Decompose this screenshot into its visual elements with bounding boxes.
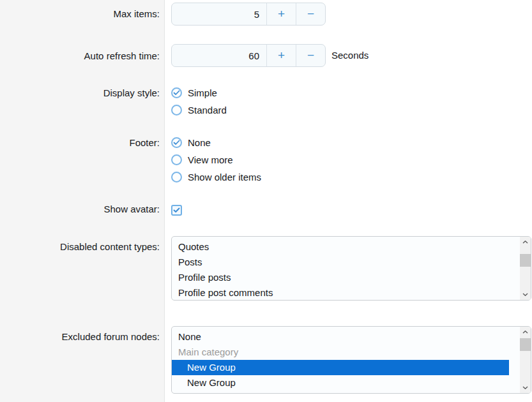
listbox-option[interactable]: None bbox=[172, 329, 509, 345]
show-avatar-label: Show avatar: bbox=[0, 203, 160, 216]
radio-unchecked-icon bbox=[171, 172, 182, 182]
display-style-option-standard[interactable]: Standard bbox=[171, 101, 227, 119]
max-items-input[interactable] bbox=[172, 3, 266, 25]
listbox-option-selected[interactable]: New Group bbox=[172, 360, 509, 375]
disabled-content-types-listbox: Quotes Posts Profile posts Profile post … bbox=[171, 236, 531, 301]
listbox-option[interactable]: Posts bbox=[172, 255, 509, 270]
auto-refresh-label: Auto refresh time: bbox=[0, 50, 160, 63]
display-style-label: Display style: bbox=[0, 87, 160, 100]
show-avatar-checkbox[interactable] bbox=[171, 205, 182, 216]
auto-refresh-decrement-button[interactable]: − bbox=[296, 45, 325, 66]
auto-refresh-spinner: + − bbox=[171, 44, 326, 67]
display-style-option-simple[interactable]: Simple bbox=[171, 84, 227, 101]
footer-label: Footer: bbox=[0, 137, 160, 149]
radio-option-label: None bbox=[188, 137, 211, 148]
radio-unchecked-icon bbox=[171, 105, 182, 115]
checkbox-check-icon bbox=[173, 207, 180, 213]
scroll-thumb[interactable] bbox=[520, 254, 531, 267]
radio-checked-icon bbox=[171, 87, 182, 98]
scroll-down-button[interactable] bbox=[520, 289, 531, 300]
auto-refresh-suffix: Seconds bbox=[331, 44, 369, 67]
radio-option-label: Simple bbox=[188, 87, 217, 98]
auto-refresh-increment-button[interactable]: + bbox=[266, 45, 296, 66]
footer-option-show-older-items[interactable]: Show older items bbox=[171, 168, 261, 186]
disabled-content-types-label: Disabled content types: bbox=[0, 241, 160, 253]
scrollbar[interactable] bbox=[520, 327, 531, 393]
excluded-forum-nodes-label: Excluded forum nodes: bbox=[0, 331, 160, 343]
max-items-label: Max items: bbox=[0, 8, 160, 20]
scroll-up-button[interactable] bbox=[520, 237, 531, 248]
footer-option-view-more[interactable]: View more bbox=[171, 151, 261, 168]
chevron-up-icon bbox=[522, 241, 528, 244]
listbox-option[interactable]: Profile post comments bbox=[172, 285, 509, 301]
chevron-down-icon bbox=[522, 293, 528, 296]
max-items-spinner: + − bbox=[171, 3, 326, 26]
chevron-up-icon bbox=[522, 331, 528, 334]
scrollbar[interactable] bbox=[520, 237, 531, 300]
radio-option-label: View more bbox=[188, 154, 233, 165]
listbox-option[interactable]: Main category bbox=[172, 345, 509, 360]
max-items-decrement-button[interactable]: − bbox=[296, 3, 325, 25]
radio-option-label: Show older items bbox=[188, 172, 261, 182]
auto-refresh-input[interactable] bbox=[172, 45, 266, 66]
chevron-down-icon bbox=[522, 386, 528, 389]
footer-option-none[interactable]: None bbox=[171, 134, 261, 151]
radio-checked-icon bbox=[171, 137, 182, 148]
max-items-increment-button[interactable]: + bbox=[266, 3, 296, 25]
scroll-up-button[interactable] bbox=[520, 327, 531, 338]
radio-option-label: Standard bbox=[188, 105, 227, 115]
excluded-forum-nodes-listbox: None Main category New Group New Group bbox=[171, 326, 531, 394]
listbox-option[interactable]: New Group bbox=[172, 375, 509, 391]
listbox-option[interactable]: Profile posts bbox=[172, 270, 509, 285]
scroll-down-button[interactable] bbox=[520, 382, 531, 393]
scroll-thumb[interactable] bbox=[520, 338, 531, 351]
radio-unchecked-icon bbox=[171, 154, 182, 165]
listbox-option[interactable]: Quotes bbox=[172, 239, 509, 255]
